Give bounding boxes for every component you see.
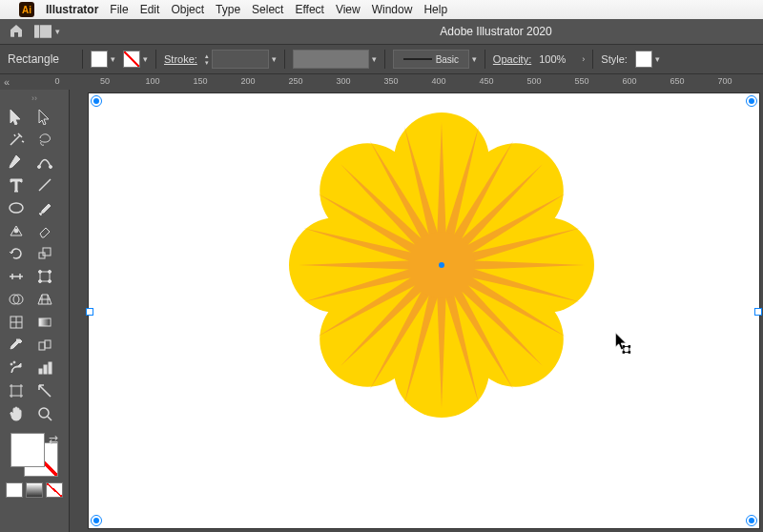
chevron-down-icon: ▾ bbox=[143, 54, 148, 64]
fill-proxy[interactable] bbox=[10, 433, 45, 467]
tool-shaper[interactable] bbox=[3, 219, 30, 242]
chevron-down-icon: ▾ bbox=[55, 27, 60, 36]
tool-gradient[interactable] bbox=[31, 311, 58, 334]
ruler-tick: 400 bbox=[431, 76, 445, 86]
color-mode-gradient[interactable] bbox=[26, 482, 43, 498]
menu-illustrator[interactable]: Illustrator bbox=[46, 3, 98, 16]
svg-point-11 bbox=[39, 280, 42, 283]
tool-scale[interactable] bbox=[31, 242, 58, 265]
svg-rect-8 bbox=[40, 272, 50, 281]
tool-eyedropper[interactable] bbox=[3, 334, 30, 357]
menu-object[interactable]: Object bbox=[171, 3, 204, 16]
tool-width[interactable] bbox=[3, 265, 30, 288]
tool-column-graph[interactable] bbox=[31, 357, 58, 379]
color-mode-none[interactable] bbox=[46, 482, 63, 498]
control-bar: Rectangle ▾ ▾ Stroke: ▴▾ ▾ ▾ Basic ▾ Opa… bbox=[0, 44, 763, 74]
ruler-tick: 600 bbox=[622, 76, 636, 86]
tool-perspective-grid[interactable] bbox=[31, 288, 58, 311]
selection-type-label: Rectangle bbox=[8, 52, 74, 66]
selection-handle-br[interactable] bbox=[746, 515, 757, 526]
tool-direct-selection[interactable] bbox=[31, 105, 58, 128]
stroke-swatch-control[interactable]: ▾ bbox=[123, 51, 148, 68]
ruler-tick: 200 bbox=[240, 76, 255, 86]
stroke-swatch-icon bbox=[123, 51, 140, 68]
color-mode-solid[interactable] bbox=[6, 482, 23, 498]
tool-type[interactable] bbox=[3, 174, 30, 196]
selection-handle-tl[interactable] bbox=[91, 95, 102, 107]
tool-pen[interactable] bbox=[3, 151, 30, 174]
macos-menubar: Ai Illustrator File Edit Object Type Sel… bbox=[0, 0, 763, 19]
tool-magic-wand[interactable] bbox=[3, 128, 30, 151]
svg-rect-1 bbox=[40, 25, 52, 38]
tool-artboard[interactable] bbox=[3, 379, 30, 402]
tool-paintbrush[interactable] bbox=[31, 196, 58, 219]
selection-handle-ml[interactable] bbox=[86, 308, 93, 316]
svg-point-5 bbox=[14, 229, 18, 233]
svg-point-10 bbox=[49, 271, 52, 274]
chevron-down-icon: ▾ bbox=[111, 54, 115, 64]
tool-hand[interactable] bbox=[3, 402, 30, 425]
brush-definition[interactable]: Basic ▾ bbox=[393, 50, 477, 69]
fill-swatch-control[interactable]: ▾ bbox=[91, 51, 115, 68]
ruler-tick: 300 bbox=[336, 76, 350, 86]
var-width-profile[interactable]: ▾ bbox=[293, 50, 377, 69]
svg-rect-30 bbox=[629, 352, 630, 354]
svg-rect-16 bbox=[39, 318, 51, 326]
ruler-expand-left[interactable]: « bbox=[4, 76, 10, 88]
ruler-tick: 550 bbox=[574, 76, 588, 86]
tool-mesh[interactable] bbox=[3, 311, 30, 334]
tool-selection[interactable] bbox=[3, 105, 30, 128]
app-title: Adobe Illustrator 2020 bbox=[440, 25, 551, 38]
home-button[interactable] bbox=[8, 23, 25, 40]
tool-rotate[interactable] bbox=[3, 242, 30, 265]
canvas-area[interactable] bbox=[70, 90, 763, 532]
workspace-switcher[interactable]: ▾ bbox=[34, 25, 60, 38]
artboard[interactable] bbox=[89, 93, 759, 528]
tool-blend[interactable] bbox=[31, 334, 58, 357]
toolbox-grip[interactable]: ›› bbox=[3, 93, 66, 103]
tool-shape-builder[interactable] bbox=[3, 288, 30, 311]
svg-rect-24 bbox=[11, 386, 21, 396]
selection-handle-bl[interactable] bbox=[91, 515, 102, 526]
tool-slice[interactable] bbox=[31, 379, 58, 402]
tool-line-segment[interactable] bbox=[31, 174, 58, 196]
ruler-tick: 450 bbox=[479, 76, 493, 86]
color-mode-row bbox=[3, 482, 66, 498]
brush-label: Basic bbox=[436, 54, 459, 65]
menu-type[interactable]: Type bbox=[216, 3, 240, 16]
chevron-down-icon: ▾ bbox=[372, 54, 377, 64]
stroke-panel-link[interactable]: Stroke: bbox=[164, 53, 197, 65]
tool-free-transform[interactable] bbox=[31, 265, 58, 288]
svg-point-20 bbox=[13, 361, 15, 363]
svg-rect-17 bbox=[39, 342, 45, 350]
tool-symbol-sprayer[interactable] bbox=[3, 357, 30, 379]
tool-zoom[interactable] bbox=[31, 402, 58, 425]
menu-help[interactable]: Help bbox=[423, 3, 447, 16]
stroke-weight-field[interactable]: ▴▾ ▾ bbox=[205, 50, 277, 69]
opacity-panel-link[interactable]: Opacity: bbox=[493, 53, 531, 65]
svg-rect-23 bbox=[49, 362, 52, 374]
fill-stroke-control[interactable]: ⇄ bbox=[10, 433, 58, 477]
menu-effect[interactable]: Effect bbox=[295, 3, 323, 16]
svg-rect-18 bbox=[45, 340, 51, 348]
tool-lasso[interactable] bbox=[31, 128, 58, 151]
svg-point-3 bbox=[50, 166, 52, 169]
menu-file[interactable]: File bbox=[110, 3, 128, 16]
selection-handle-mr[interactable] bbox=[754, 308, 762, 316]
svg-point-2 bbox=[38, 166, 41, 169]
opacity-field[interactable]: 100% › bbox=[539, 53, 585, 65]
menu-edit[interactable]: Edit bbox=[140, 3, 160, 16]
tool-eraser[interactable] bbox=[31, 219, 58, 242]
tool-curvature[interactable] bbox=[31, 151, 58, 174]
svg-rect-22 bbox=[44, 365, 47, 374]
menu-window[interactable]: Window bbox=[372, 3, 413, 16]
graphic-style-control[interactable]: ▾ bbox=[635, 51, 660, 68]
selection-handle-tr[interactable] bbox=[746, 95, 757, 107]
flower-artwork[interactable] bbox=[299, 122, 585, 408]
menu-select[interactable]: Select bbox=[252, 3, 283, 16]
svg-rect-21 bbox=[39, 369, 42, 374]
ruler-tick: 50 bbox=[100, 76, 110, 86]
swap-fill-stroke-icon[interactable]: ⇄ bbox=[49, 433, 58, 446]
menu-view[interactable]: View bbox=[336, 3, 361, 16]
tool-ellipse[interactable] bbox=[3, 196, 30, 219]
